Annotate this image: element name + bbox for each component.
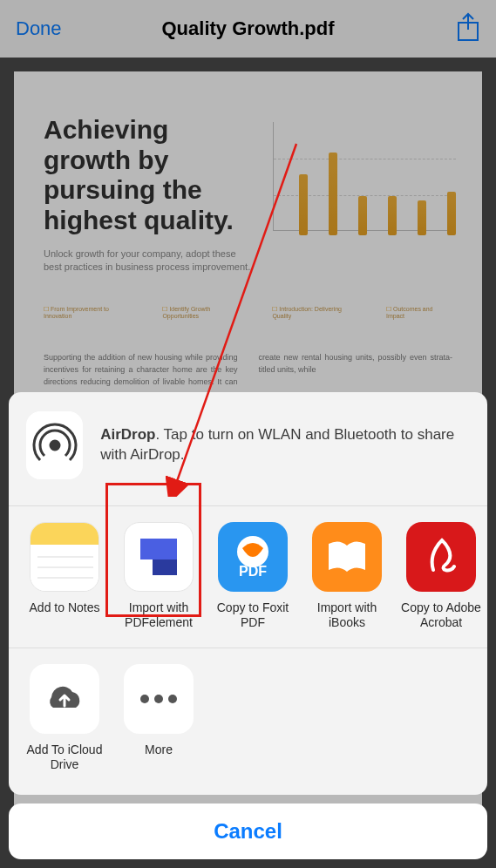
app-import-ibooks[interactable]: Import with iBooks [303,522,391,630]
app-label: Copy to Adobe Acrobat [397,600,485,630]
screen: Done Quality Growth.pdf Achieving growth… [0,0,496,868]
notes-icon [30,522,99,592]
icloud-upload-icon [30,664,99,734]
app-copy-adobe[interactable]: Copy to Adobe Acrobat [397,522,485,630]
svg-text:PDF: PDF [239,564,267,579]
action-more[interactable]: More [115,664,202,772]
svg-rect-3 [31,545,99,592]
app-add-to-notes[interactable]: Add to Notes [21,522,108,630]
adobe-icon [406,522,476,592]
app-label: Import with iBooks [303,600,391,630]
share-sheet: AirDrop. Tap to turn on WLAN and Bluetoo… [9,392,487,859]
app-copy-foxit[interactable]: PDF Copy to Foxit PDF [209,522,296,630]
app-label: Import with PDFelement [115,600,202,630]
cancel-button[interactable]: Cancel [9,804,487,859]
app-row[interactable]: Add to Notes Import with PDFelement [9,506,487,648]
svg-rect-2 [31,522,99,545]
action-label: Add To iCloud Drive [21,743,108,772]
action-label: More [115,743,202,757]
ibooks-icon [312,522,382,592]
svg-point-12 [154,695,163,703]
pdfelement-icon [124,522,194,592]
airdrop-text: AirDrop. Tap to turn on WLAN and Bluetoo… [100,425,470,465]
foxit-icon: PDF [218,522,288,592]
action-icloud-drive[interactable]: Add To iCloud Drive [21,664,108,772]
app-label: Add to Notes [21,600,108,630]
svg-point-1 [51,441,59,450]
app-label: Copy to Foxit PDF [209,600,296,630]
app-import-pdfelement[interactable]: Import with PDFelement [115,522,202,630]
action-row[interactable]: Add To iCloud Drive More [9,648,487,795]
svg-rect-7 [140,539,177,559]
more-icon [124,664,194,734]
svg-point-13 [168,695,177,703]
svg-rect-8 [153,559,177,575]
airdrop-icon [26,411,83,479]
airdrop-row[interactable]: AirDrop. Tap to turn on WLAN and Bluetoo… [9,392,487,505]
svg-point-11 [140,695,149,703]
